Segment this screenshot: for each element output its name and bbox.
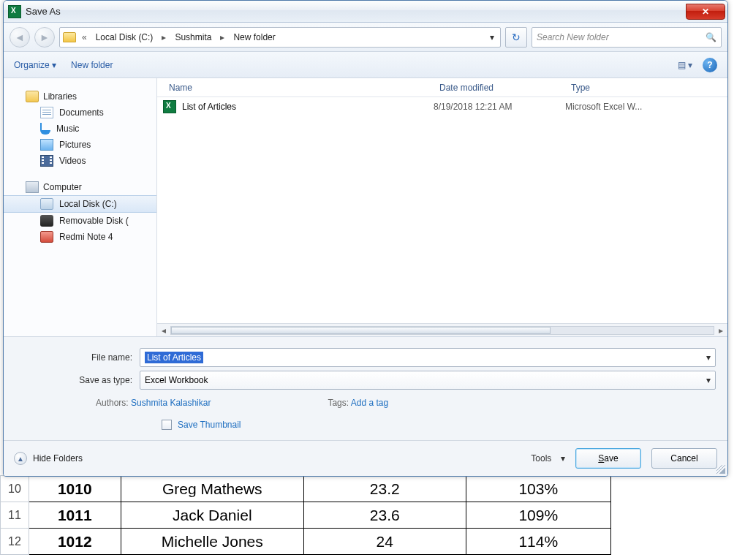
breadcrumb[interactable]: Sushmita	[172, 31, 214, 44]
phone-icon	[40, 231, 53, 243]
sidebar-item-pictures[interactable]: Pictures	[4, 137, 156, 153]
cell[interactable]: 1010	[29, 476, 121, 502]
row-header[interactable]: 11	[1, 502, 29, 529]
sidebar-item-label: Redmi Note 4	[59, 232, 113, 242]
column-header-date[interactable]: Date modified	[434, 83, 565, 93]
cell[interactable]: 1011	[29, 502, 121, 529]
file-type: Microsoft Excel W...	[565, 102, 727, 112]
address-dropdown[interactable]: ▾	[487, 32, 497, 42]
forward-button[interactable]: ►	[34, 27, 55, 48]
titlebar: Save As ✕	[4, 1, 727, 23]
tags-value[interactable]: Add a tag	[351, 398, 388, 408]
resize-grip[interactable]	[716, 465, 725, 474]
documents-icon	[40, 107, 53, 118]
button-bar: ▲ Hide Folders Tools ▾ Save Cancel	[4, 440, 727, 476]
cell[interactable]: 23.6	[303, 502, 466, 529]
sidebar-item-label: Local Disk (C:)	[59, 199, 117, 209]
nav-sidebar: Libraries Documents Music Pictures Video…	[4, 78, 157, 336]
authors-value[interactable]: Sushmita Kalashikar	[131, 398, 211, 408]
refresh-button[interactable]: ↻	[505, 27, 527, 48]
chevron-right-icon[interactable]: ▸	[217, 31, 227, 44]
save-thumbnail-label[interactable]: Save Thumbnail	[178, 420, 241, 430]
excel-file-icon	[163, 100, 176, 113]
sidebar-item-label: Documents	[59, 107, 104, 118]
breadcrumb[interactable]: New folder	[230, 31, 278, 44]
cell[interactable]: 24	[303, 529, 466, 555]
cell[interactable]: 109%	[466, 502, 610, 529]
chevron-up-icon: ▲	[14, 452, 27, 465]
save-button[interactable]: Save	[575, 448, 641, 469]
cell[interactable]: Jack Daniel	[121, 502, 303, 529]
search-placeholder: Search New folder	[537, 32, 609, 42]
sidebar-item-label: Videos	[59, 156, 86, 166]
column-header-name[interactable]: Name	[163, 83, 434, 93]
window-title: Save As	[26, 6, 61, 17]
sidebar-item-label: Pictures	[59, 140, 91, 150]
nav-row: ◄ ► « Local Disk (C:) ▸ Sushmita ▸ New f…	[4, 23, 727, 52]
cell[interactable]: 23.2	[303, 476, 466, 502]
cell[interactable]: Michelle Jones	[121, 529, 303, 555]
help-button[interactable]: ?	[703, 58, 717, 72]
sidebar-item-label: Removable Disk (	[59, 216, 129, 226]
breadcrumb[interactable]: Local Disk (C:)	[93, 31, 156, 44]
column-header-type[interactable]: Type	[565, 83, 727, 93]
breadcrumb-overflow[interactable]: «	[79, 31, 90, 44]
sidebar-item-music[interactable]: Music	[4, 121, 156, 137]
address-bar[interactable]: « Local Disk (C:) ▸ Sushmita ▸ New folde…	[59, 27, 501, 48]
sidebar-computer[interactable]: Computer	[4, 179, 156, 195]
libraries-icon	[26, 91, 39, 102]
spreadsheet-behind: 10 1010 Greg Mathews 23.2 103% 11 1011 J…	[0, 475, 745, 555]
computer-icon	[26, 181, 39, 193]
save-as-type-value: Excel Workbook	[145, 375, 706, 385]
scroll-track[interactable]	[170, 326, 714, 335]
table-row: 10 1010 Greg Mathews 23.2 103%	[1, 476, 611, 502]
horizontal-scrollbar[interactable]: ◂ ▸	[157, 323, 727, 336]
pictures-icon	[40, 139, 53, 151]
scroll-right-icon[interactable]: ▸	[714, 325, 727, 336]
cell[interactable]: Greg Mathews	[121, 476, 303, 502]
sidebar-item-local-disk-c[interactable]: Local Disk (C:)	[4, 195, 156, 213]
save-as-dialog: Save As ✕ ◄ ► « Local Disk (C:) ▸ Sushmi…	[3, 0, 728, 477]
back-button[interactable]: ◄	[10, 27, 30, 48]
table-row: 12 1012 Michelle Jones 24 114%	[1, 529, 611, 555]
authors-label: Authors:	[96, 398, 129, 408]
file-list: Name Date modified Type List of Articles…	[157, 78, 727, 336]
videos-icon	[40, 155, 53, 167]
sidebar-item-redmi-note-4[interactable]: Redmi Note 4	[4, 229, 156, 245]
new-folder-button[interactable]: New folder	[71, 60, 113, 70]
sidebar-item-label: Computer	[43, 182, 82, 192]
chevron-right-icon[interactable]: ▸	[159, 31, 169, 44]
table-row: 11 1011 Jack Daniel 23.6 109%	[1, 502, 611, 529]
sidebar-item-documents[interactable]: Documents	[4, 105, 156, 121]
cell[interactable]: 114%	[466, 529, 610, 555]
view-options-button[interactable]: ▤ ▾	[678, 60, 692, 70]
row-header[interactable]: 10	[1, 476, 29, 502]
save-as-type-select[interactable]: Excel Workbook ▾	[140, 371, 716, 390]
sidebar-item-removable-disk[interactable]: Removable Disk (	[4, 213, 156, 229]
tools-menu[interactable]: Tools ▾	[531, 453, 565, 463]
hide-folders-button[interactable]: ▲ Hide Folders	[14, 452, 83, 465]
save-thumbnail-checkbox[interactable]	[162, 420, 172, 430]
organize-menu[interactable]: Organize ▾	[14, 60, 56, 70]
close-button[interactable]: ✕	[686, 4, 725, 20]
file-name-input[interactable]: List of Articles ▾	[140, 348, 716, 367]
cell[interactable]: 103%	[466, 476, 610, 502]
dropdown-icon[interactable]: ▾	[706, 375, 711, 385]
sidebar-item-label: Libraries	[43, 91, 77, 102]
hide-folders-label: Hide Folders	[33, 453, 83, 463]
save-as-type-label: Save as type:	[15, 375, 140, 385]
file-row[interactable]: List of Articles 8/19/2018 12:21 AM Micr…	[157, 97, 727, 116]
row-header[interactable]: 12	[1, 529, 29, 555]
file-name-label: File name:	[15, 352, 140, 363]
cancel-button[interactable]: Cancel	[651, 448, 717, 469]
search-icon: 🔍	[706, 32, 716, 42]
scroll-left-icon[interactable]: ◂	[157, 325, 170, 336]
dropdown-icon[interactable]: ▾	[706, 352, 711, 363]
sidebar-item-label: Music	[56, 124, 79, 134]
search-input[interactable]: Search New folder 🔍	[532, 27, 722, 48]
cell[interactable]: 1012	[29, 529, 121, 555]
scroll-thumb[interactable]	[171, 327, 551, 334]
sidebar-libraries[interactable]: Libraries	[4, 88, 156, 105]
sidebar-item-videos[interactable]: Videos	[4, 153, 156, 169]
folder-icon	[63, 32, 76, 42]
